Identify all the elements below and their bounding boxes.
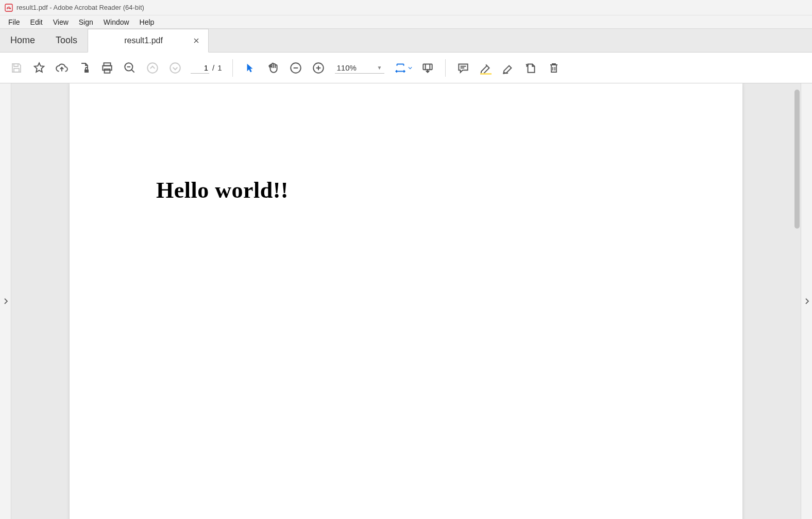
zoom-in-icon[interactable] bbox=[308, 58, 329, 78]
svg-rect-11 bbox=[423, 64, 432, 70]
document-viewport[interactable]: Hello world!! bbox=[11, 83, 801, 519]
titlebar: result1.pdf - Adobe Acrobat Reader (64-b… bbox=[0, 0, 812, 15]
save-icon[interactable] bbox=[6, 58, 27, 78]
menubar: File Edit View Sign Window Help bbox=[0, 15, 812, 29]
page-up-icon[interactable] bbox=[142, 58, 163, 78]
zoom-out-icon[interactable] bbox=[285, 58, 306, 78]
zoom-select[interactable]: 110% ▼ bbox=[335, 62, 384, 74]
hand-tool-icon[interactable] bbox=[263, 58, 283, 78]
separator bbox=[445, 59, 446, 77]
svg-point-7 bbox=[147, 63, 158, 73]
tab-tools[interactable]: Tools bbox=[45, 29, 88, 52]
page: Hello world!! bbox=[70, 83, 742, 519]
work-area: Hello world!! bbox=[0, 83, 812, 519]
chevron-down-icon: ▼ bbox=[377, 65, 382, 71]
star-icon[interactable] bbox=[29, 58, 49, 78]
menu-file[interactable]: File bbox=[3, 17, 25, 27]
draw-icon[interactable] bbox=[498, 58, 519, 78]
highlight-icon[interactable] bbox=[476, 58, 496, 78]
svg-rect-2 bbox=[84, 70, 89, 73]
menu-edit[interactable]: Edit bbox=[25, 17, 48, 27]
menu-view[interactable]: View bbox=[48, 17, 74, 27]
svg-point-8 bbox=[170, 63, 180, 73]
tab-document-label: result1.pdf bbox=[95, 36, 192, 45]
page-separator: / bbox=[212, 63, 214, 72]
file-lock-icon[interactable] bbox=[74, 58, 95, 78]
svg-rect-5 bbox=[105, 69, 110, 73]
menu-help[interactable]: Help bbox=[134, 17, 160, 27]
tab-home[interactable]: Home bbox=[0, 29, 45, 52]
window-title: result1.pdf - Adobe Acrobat Reader (64-b… bbox=[16, 4, 144, 11]
page-navigation: / 1 bbox=[191, 62, 222, 74]
menu-sign[interactable]: Sign bbox=[74, 17, 98, 27]
tab-document[interactable]: result1.pdf bbox=[88, 29, 209, 53]
delete-icon[interactable] bbox=[544, 58, 564, 78]
svg-rect-0 bbox=[5, 4, 12, 11]
page-down-icon[interactable] bbox=[165, 58, 185, 78]
cloud-upload-icon[interactable] bbox=[52, 58, 72, 78]
scrollbar-thumb[interactable] bbox=[794, 90, 800, 229]
toolbar: / 1 110% ▼ bbox=[0, 53, 812, 83]
document-heading: Hello world!! bbox=[70, 83, 742, 203]
find-icon[interactable] bbox=[120, 58, 140, 78]
tab-close-button[interactable] bbox=[192, 37, 201, 44]
separator bbox=[232, 59, 233, 77]
fit-width-icon[interactable] bbox=[391, 58, 415, 78]
acrobat-icon bbox=[4, 3, 13, 12]
right-panel-expand-button[interactable] bbox=[801, 83, 812, 519]
selection-tool-icon[interactable] bbox=[240, 58, 261, 78]
page-number-input[interactable] bbox=[191, 62, 209, 74]
left-panel-expand-button[interactable] bbox=[0, 83, 11, 519]
svg-rect-1 bbox=[14, 68, 19, 72]
comment-icon[interactable] bbox=[453, 58, 473, 78]
tab-strip: Home Tools result1.pdf bbox=[0, 29, 812, 53]
zoom-value: 110% bbox=[337, 63, 357, 72]
page-total: 1 bbox=[217, 63, 222, 72]
print-icon[interactable] bbox=[97, 58, 117, 78]
rotate-page-icon[interactable] bbox=[521, 58, 542, 78]
read-mode-icon[interactable] bbox=[417, 58, 438, 78]
menu-window[interactable]: Window bbox=[98, 17, 134, 27]
